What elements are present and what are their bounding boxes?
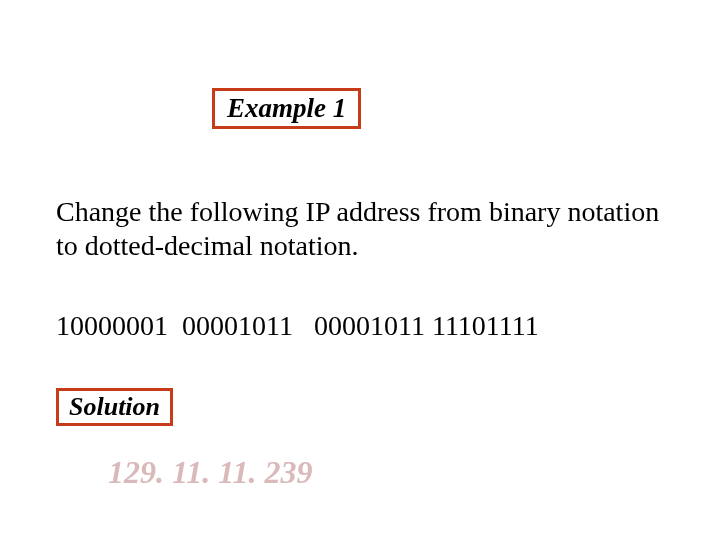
solution-heading: Solution: [69, 392, 160, 421]
problem-statement: Change the following IP address from bin…: [56, 195, 676, 262]
example-heading-box: Example 1: [212, 88, 361, 129]
answer-value: 129. 11. 11. 239: [108, 454, 312, 491]
example-heading: Example 1: [227, 93, 346, 123]
binary-ip-address: 10000001 00001011 00001011 11101111: [56, 310, 539, 342]
solution-heading-box: Solution: [56, 388, 173, 426]
